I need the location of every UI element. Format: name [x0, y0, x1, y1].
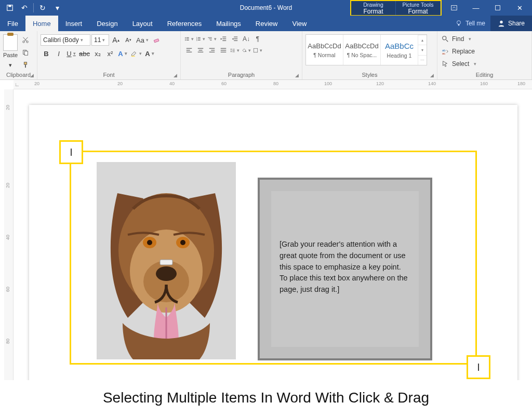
- text-box-content[interactable]: [Grab your reader's attention with a gre…: [271, 191, 419, 347]
- page[interactable]: I I: [29, 105, 517, 380]
- format-painter-button[interactable]: [20, 59, 31, 71]
- line-spacing-button[interactable]: ▾: [230, 46, 240, 55]
- underline-button[interactable]: U▾: [65, 48, 77, 59]
- vertical-ruler[interactable]: 20 20 40 60 80: [4, 89, 14, 380]
- tab-insert[interactable]: Insert: [58, 16, 90, 31]
- svg-rect-42: [199, 50, 203, 50]
- increase-indent-button[interactable]: [230, 34, 240, 44]
- tab-mailings[interactable]: Mailings: [209, 16, 248, 31]
- minimize-button[interactable]: —: [466, 0, 486, 16]
- window-controls: — ✕: [442, 0, 532, 16]
- svg-rect-47: [221, 48, 227, 49]
- horizontal-ruler[interactable]: ∟ 20 20 40 60 80 100 120 140 160 180: [14, 80, 532, 89]
- share-button[interactable]: Share: [490, 16, 532, 31]
- grow-font-button[interactable]: A▴: [110, 34, 122, 46]
- sort-button[interactable]: A↓: [241, 34, 251, 44]
- styles-gallery-more[interactable]: ▴▾⋯: [418, 35, 427, 65]
- tool-tab-highlight: Drawing Tools Picture Tools Format Forma…: [350, 0, 442, 16]
- bold-button[interactable]: B: [41, 48, 52, 59]
- paste-dropdown[interactable]: ▾: [5, 59, 16, 71]
- align-left-button[interactable]: [184, 46, 194, 55]
- bullets-button[interactable]: ▾: [184, 34, 194, 44]
- tab-design[interactable]: Design: [89, 16, 125, 31]
- svg-rect-40: [187, 52, 192, 52]
- inserted-picture-dog[interactable]: [97, 162, 236, 359]
- text-effects-button[interactable]: A▾: [117, 48, 128, 59]
- style-normal[interactable]: AaBbCcDd ¶ Normal: [306, 35, 343, 65]
- group-editing: Find▾ abac Replace Select▾ Editing: [437, 31, 532, 79]
- show-marks-button[interactable]: ¶: [252, 34, 263, 44]
- figure-caption: Selecting Multiple Items In Word With Cl…: [0, 380, 532, 410]
- paragraph-launcher[interactable]: ◢: [295, 73, 299, 78]
- tab-layout[interactable]: Layout: [125, 16, 160, 31]
- style-no-spacing[interactable]: AaBbCcDd ¶ No Spac...: [343, 35, 381, 65]
- shrink-font-button[interactable]: A▾: [123, 34, 134, 46]
- font-name-combo[interactable]: Calibri (Body▾: [41, 34, 90, 46]
- selection-start-cursor: I: [59, 140, 83, 164]
- decrease-indent-button[interactable]: [218, 34, 229, 44]
- copy-icon: [22, 49, 29, 56]
- strikethrough-button[interactable]: abc: [78, 48, 91, 59]
- font-size-combo[interactable]: 11▾: [91, 34, 109, 46]
- svg-point-15: [185, 37, 186, 38]
- find-button[interactable]: Find▾: [441, 33, 472, 45]
- save-icon: [6, 4, 14, 11]
- group-label-styles: Styles ◢: [305, 71, 434, 79]
- svg-rect-48: [221, 50, 227, 50]
- lightbulb-icon: [455, 20, 462, 27]
- italic-button[interactable]: I: [53, 48, 64, 59]
- tab-file[interactable]: File: [0, 16, 25, 31]
- inserted-text-box[interactable]: [Grab your reader's attention with a gre…: [258, 178, 432, 360]
- style-heading1[interactable]: AaBbCc Heading 1: [381, 35, 418, 65]
- ribbon: Paste ▾ Clipboard ◢: [0, 31, 532, 80]
- styles-gallery[interactable]: AaBbCcDd ¶ Normal AaBbCcDd ¶ No Spac... …: [305, 34, 427, 65]
- styles-launcher[interactable]: ◢: [430, 73, 434, 78]
- tab-home[interactable]: Home: [25, 16, 58, 31]
- svg-rect-12: [25, 64, 26, 68]
- group-font: Calibri (Body▾ 11▾ A▴ A▾ Aa▾ B I U▾ abc …: [37, 31, 181, 79]
- group-paragraph: ▾ 123▾ ▾ A↓ ¶: [181, 31, 302, 79]
- clipboard-launcher[interactable]: ◢: [30, 73, 34, 78]
- tab-selector[interactable]: ∟: [15, 82, 20, 87]
- svg-marker-37: [232, 38, 234, 40]
- svg-rect-49: [221, 52, 227, 52]
- redo-button[interactable]: ↻: [36, 1, 49, 15]
- select-button[interactable]: Select▾: [441, 58, 477, 70]
- subscript-button[interactable]: x₂: [92, 48, 103, 59]
- svg-rect-38: [187, 48, 192, 49]
- cursor-icon: [442, 60, 449, 68]
- change-case-button[interactable]: Aa▾: [135, 34, 150, 46]
- dec-indent-icon: [220, 35, 227, 43]
- tab-references[interactable]: References: [160, 16, 209, 31]
- tab-review[interactable]: Review: [248, 16, 285, 31]
- document-canvas[interactable]: I I: [14, 89, 532, 380]
- qat-customize-button[interactable]: ▾: [50, 1, 64, 15]
- numbering-button[interactable]: 123▾: [195, 34, 206, 44]
- copy-button[interactable]: [20, 47, 31, 58]
- multilevel-list-button[interactable]: ▾: [207, 34, 217, 44]
- highlight-button[interactable]: ▾: [129, 48, 143, 59]
- paste-button[interactable]: Paste: [3, 52, 18, 58]
- font-launcher[interactable]: ◢: [174, 73, 177, 78]
- clear-formatting-button[interactable]: [151, 34, 162, 46]
- multilevel-icon: [207, 35, 212, 43]
- maximize-icon: [494, 4, 501, 11]
- save-button[interactable]: [3, 1, 17, 15]
- tab-drawing-format[interactable]: Format: [351, 8, 396, 15]
- font-color-button[interactable]: A▾: [144, 48, 155, 59]
- maximize-button[interactable]: [487, 0, 508, 16]
- borders-button[interactable]: ▾: [252, 46, 263, 55]
- justify-button[interactable]: [218, 46, 229, 55]
- align-center-button[interactable]: [195, 46, 206, 55]
- replace-button[interactable]: abac Replace: [441, 46, 476, 57]
- cut-button[interactable]: [20, 34, 31, 46]
- undo-button[interactable]: ↶: [18, 1, 31, 15]
- tab-picture-format[interactable]: Format: [396, 8, 441, 15]
- ribbon-display-options-button[interactable]: [444, 0, 464, 16]
- superscript-button[interactable]: x²: [104, 48, 116, 59]
- shading-button[interactable]: ▾: [241, 46, 251, 55]
- tab-view[interactable]: View: [285, 16, 314, 31]
- tell-me-search[interactable]: Tell me: [450, 16, 490, 31]
- close-button[interactable]: ✕: [509, 0, 530, 16]
- align-right-button[interactable]: [207, 46, 217, 55]
